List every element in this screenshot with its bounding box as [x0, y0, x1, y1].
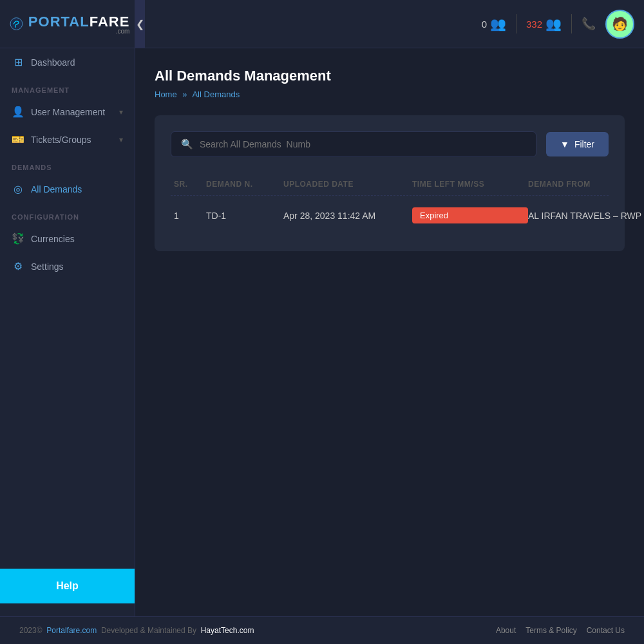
online-count: 0 — [482, 19, 487, 30]
footer-hayat: HayatTech.com — [201, 626, 254, 635]
filter-icon: ▼ — [560, 139, 569, 149]
sidebar-item-label: Settings — [31, 261, 64, 272]
footer-developed-text: Developed & Maintained By — [101, 626, 196, 635]
dashboard-icon: ⊞ — [12, 56, 24, 68]
sidebar-item-currencies[interactable]: 💱 Currencies — [0, 225, 135, 252]
table-header: SR. DEMAND N. UPLOADED DATE TIME LEFT MM… — [171, 173, 609, 196]
footer-link-contact[interactable]: Contact Us — [587, 626, 625, 635]
top-header: PORTALFARE .com ❮ 0 👥 332 👥 📞 🧑 — [0, 0, 644, 48]
demands-card: 🔍 ▼ Filter SR. DEMAND N. UPLOADED DATE T… — [155, 115, 625, 251]
svg-point-0 — [10, 18, 23, 30]
footer-left: 2023© Portalfare.com Developed & Maintai… — [19, 626, 254, 635]
breadcrumb-current: All Demands — [192, 90, 240, 99]
col-demand-from: DEMAND FROM — [528, 180, 644, 189]
sidebar-bottom: Help — [0, 569, 135, 603]
col-time-left: TIME LEFT MM/SS — [412, 180, 528, 189]
sidebar-item-label: All Demands — [31, 184, 82, 194]
status-badge: Expired — [412, 207, 528, 223]
breadcrumb-home[interactable]: Home — [155, 90, 177, 99]
filter-button[interactable]: ▼ Filter — [546, 132, 609, 156]
search-input[interactable] — [200, 139, 526, 149]
footer: 2023© Portalfare.com Developed & Maintai… — [0, 616, 644, 644]
chevron-down-icon: ▾ — [119, 135, 123, 144]
sidebar-item-all-demands[interactable]: ◎ All Demands — [0, 175, 135, 203]
sidebar-item-settings[interactable]: ⚙ Settings — [0, 252, 135, 280]
settings-icon: ⚙ — [12, 260, 24, 272]
sidebar-item-tickets-groups[interactable]: 🎫 Tickets/Groups ▾ — [0, 126, 135, 153]
search-filter-row: 🔍 ▼ Filter — [171, 131, 609, 157]
breadcrumb-sep: » — [182, 90, 187, 99]
page-title: All Demands Management — [155, 68, 625, 84]
phone-icon[interactable]: 📞 — [582, 17, 596, 31]
sidebar-item-label: Currencies — [31, 234, 75, 244]
footer-link-about[interactable]: About — [496, 626, 516, 635]
sidebar-section-management: MANAGEMENT — [0, 76, 135, 98]
filter-label: Filter — [574, 139, 594, 149]
col-demand-n: DEMAND N. — [206, 180, 283, 189]
col-uploaded-date: UPLOADED DATE — [283, 180, 412, 189]
logo-com: .com — [28, 28, 130, 35]
sidebar-item-label: Dashboard — [31, 57, 75, 68]
logo-icon — [10, 11, 23, 37]
all-demands-icon: ◎ — [12, 183, 24, 195]
header-divider — [516, 14, 516, 33]
cell-sr: 1 — [174, 211, 206, 221]
sidebar-collapse-button[interactable]: ❮ — [135, 0, 145, 48]
search-box: 🔍 — [171, 131, 536, 157]
main-content: All Demands Management Home » All Demand… — [135, 48, 644, 616]
col-sr: SR. — [174, 180, 206, 189]
header-divider2 — [571, 14, 572, 33]
users-icon: 👥 — [490, 16, 506, 32]
online-badge: 0 👥 — [482, 16, 506, 32]
sidebar-item-label: User Management — [31, 107, 105, 117]
body-layout: ⊞ Dashboard MANAGEMENT 👤 User Management… — [0, 48, 644, 616]
avatar[interactable]: 🧑 — [605, 10, 634, 39]
header-right: 0 👥 332 👥 📞 🧑 — [482, 10, 634, 39]
tickets-icon: 🎫 — [12, 133, 24, 146]
cell-demand-n: TD-1 — [206, 211, 283, 221]
logo-area: PORTALFARE .com ❮ — [10, 0, 145, 48]
requests-icon: 👥 — [545, 16, 562, 32]
footer-copyright: 2023© — [19, 626, 43, 635]
cell-demand-from: AL IRFAN TRAVELS – RWP — [528, 211, 644, 221]
sidebar-section-configuration: CONFIGURATION — [0, 203, 135, 225]
footer-right: About Terms & Policy Contact Us — [496, 626, 625, 635]
chevron-down-icon: ▾ — [119, 108, 123, 117]
sidebar-item-label: Tickets/Groups — [31, 135, 91, 145]
help-button[interactable]: Help — [0, 569, 135, 603]
table-row: 1 TD-1 Apr 28, 2023 11:42 AM Expired AL … — [171, 196, 609, 235]
sidebar: ⊞ Dashboard MANAGEMENT 👤 User Management… — [0, 48, 135, 616]
user-management-icon: 👤 — [12, 106, 24, 118]
sidebar-section-demands: DEMANDS — [0, 153, 135, 175]
cell-uploaded-date: Apr 28, 2023 11:42 AM — [283, 211, 412, 221]
requests-badge: 332 👥 — [526, 16, 562, 32]
footer-link-terms[interactable]: Terms & Policy — [526, 626, 576, 635]
footer-brand: Portalfare.com — [46, 626, 97, 635]
currencies-icon: 💱 — [12, 232, 24, 245]
requests-count: 332 — [526, 19, 542, 30]
breadcrumb: Home » All Demands — [155, 90, 625, 99]
sidebar-item-dashboard[interactable]: ⊞ Dashboard — [0, 48, 135, 76]
search-icon: 🔍 — [181, 138, 193, 150]
sidebar-item-user-management[interactable]: 👤 User Management ▾ — [0, 98, 135, 126]
